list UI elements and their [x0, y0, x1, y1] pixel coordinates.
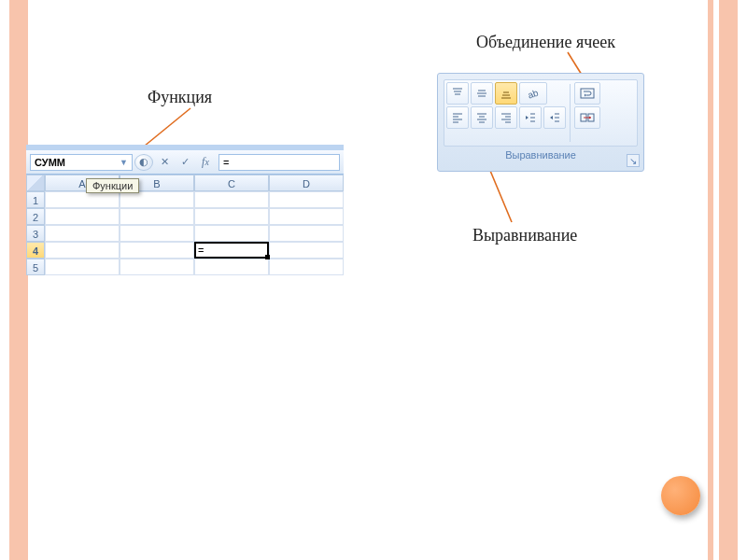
- name-box[interactable]: СУММ ▼: [30, 154, 133, 171]
- chevron-down-icon[interactable]: ▼: [120, 158, 128, 167]
- ribbon-group-label: Выравнивание: [444, 149, 638, 161]
- decrease-indent-button[interactable]: [519, 106, 542, 129]
- cell[interactable]: [194, 225, 269, 242]
- align-top-button[interactable]: [446, 82, 469, 105]
- row-header-3[interactable]: 3: [26, 225, 45, 242]
- decorative-stripe-right-outer: [719, 0, 738, 560]
- cell[interactable]: [269, 242, 344, 259]
- active-cell-value: =: [198, 245, 204, 256]
- align-left-button[interactable]: [446, 106, 469, 129]
- cell[interactable]: [45, 208, 120, 225]
- decorative-stripe-right-inner: [708, 0, 713, 560]
- cell[interactable]: [45, 225, 120, 242]
- cell[interactable]: [269, 208, 344, 225]
- align-bottom-button[interactable]: [495, 82, 517, 105]
- cell[interactable]: [269, 259, 344, 275]
- cell[interactable]: [45, 242, 120, 259]
- svg-rect-33: [581, 89, 594, 98]
- col-header-c[interactable]: C: [194, 175, 269, 191]
- svg-marker-38: [589, 117, 591, 119]
- cell[interactable]: [194, 259, 269, 275]
- svg-text:ab: ab: [527, 87, 541, 100]
- cancel-icon[interactable]: ✕: [155, 154, 174, 171]
- row-header-2[interactable]: 2: [26, 208, 45, 225]
- cell[interactable]: [45, 191, 120, 208]
- ribbon-alignment-group: ab Выравнивание ↘: [437, 73, 644, 172]
- row-header-4[interactable]: 4: [26, 242, 45, 259]
- spreadsheet-grid: A B C D 1 2 3 4 = 5: [26, 175, 344, 275]
- cell[interactable]: [269, 191, 344, 208]
- cell[interactable]: [194, 208, 269, 225]
- cell[interactable]: [120, 242, 194, 259]
- formula-input-value: =: [223, 157, 229, 168]
- row-header-1[interactable]: 1: [26, 191, 45, 208]
- cell[interactable]: [120, 191, 194, 208]
- increase-indent-button[interactable]: [543, 106, 566, 129]
- row-header-5[interactable]: 5: [26, 259, 45, 275]
- tooltip-functions: Функции: [86, 178, 139, 193]
- name-box-value: СУММ: [35, 157, 65, 168]
- expand-icon[interactable]: ◐: [134, 154, 153, 171]
- align-right-button[interactable]: [495, 106, 517, 129]
- cell[interactable]: [120, 259, 194, 275]
- cell[interactable]: [120, 225, 194, 242]
- formula-bar: СУММ ▼ ◐ ✕ ✓ fx =: [26, 150, 344, 175]
- excel-fragment: СУММ ▼ ◐ ✕ ✓ fx = A B C D 1 2 3 4 = 5: [26, 145, 344, 275]
- svg-marker-25: [526, 116, 529, 119]
- orientation-button[interactable]: ab: [519, 82, 547, 105]
- svg-marker-29: [550, 116, 553, 119]
- align-middle-button[interactable]: [471, 82, 493, 105]
- select-all-corner[interactable]: [26, 175, 45, 191]
- enter-icon[interactable]: ✓: [176, 154, 194, 171]
- svg-marker-34: [585, 94, 586, 97]
- dialog-launcher-icon[interactable]: ↘: [627, 154, 640, 167]
- cell[interactable]: [194, 191, 269, 208]
- merge-center-button[interactable]: [574, 106, 600, 129]
- nav-circle-button[interactable]: [661, 476, 700, 515]
- formula-input[interactable]: =: [218, 154, 340, 171]
- decorative-stripe-left: [9, 0, 28, 560]
- ribbon-inner: ab: [444, 79, 638, 147]
- cell[interactable]: [45, 259, 120, 275]
- insert-function-button[interactable]: fx: [196, 154, 215, 171]
- active-cell[interactable]: =: [194, 242, 269, 259]
- cell[interactable]: [269, 225, 344, 242]
- align-center-button[interactable]: [471, 106, 493, 129]
- wrap-text-button[interactable]: [574, 82, 600, 105]
- col-header-d[interactable]: D: [269, 175, 344, 191]
- label-alignment: Выравнивание: [472, 226, 577, 245]
- cell[interactable]: [120, 208, 194, 225]
